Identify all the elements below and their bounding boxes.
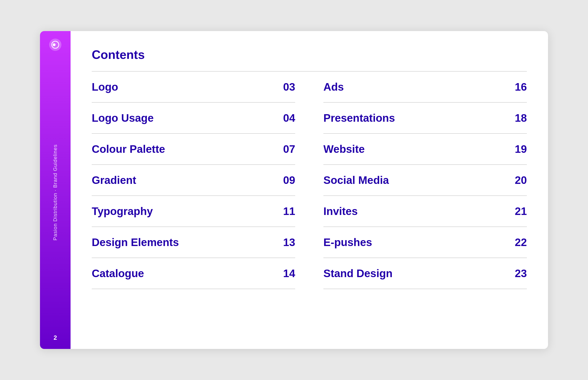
toc-left-label-4: Typography <box>92 205 153 218</box>
toc-left-column: Logo 03 Logo Usage 04 Colour Palette 07 … <box>92 72 295 335</box>
toc-left-number-0: 03 <box>283 80 295 93</box>
slide-container: Pasion Distribution · Brand Guidelines 2… <box>40 31 548 349</box>
toc-right-item-5[interactable]: E-pushes 22 <box>323 227 527 258</box>
toc-left-label-2: Colour Palette <box>92 143 165 155</box>
toc-left-item-1[interactable]: Logo Usage 04 <box>92 103 295 134</box>
toc-left-label-0: Logo <box>92 80 118 93</box>
main-content: Contents Logo 03 Logo Usage 04 Colour Pa… <box>70 31 548 349</box>
toc-right-number-2: 19 <box>515 143 527 155</box>
toc-left-item-5[interactable]: Design Elements 13 <box>92 227 295 258</box>
toc-right-number-4: 21 <box>515 205 527 218</box>
toc-right-label-1: Presentations <box>323 112 395 124</box>
toc-left-item-6[interactable]: Catalogue 14 <box>92 258 295 289</box>
toc-right-number-6: 23 <box>515 267 527 280</box>
toc-left-number-3: 09 <box>283 174 295 187</box>
toc-right-item-6[interactable]: Stand Design 23 <box>323 258 527 289</box>
toc-left-label-5: Design Elements <box>92 236 179 249</box>
toc-right-item-0[interactable]: Ads 16 <box>323 72 527 103</box>
sidebar: Pasion Distribution · Brand Guidelines 2 <box>40 31 70 349</box>
toc-left-number-5: 13 <box>283 236 295 249</box>
toc-left-label-6: Catalogue <box>92 267 144 280</box>
toc-left-item-4[interactable]: Typography 11 <box>92 196 295 227</box>
toc-right-item-1[interactable]: Presentations 18 <box>323 103 527 134</box>
toc-left-number-4: 11 <box>283 205 295 218</box>
toc-left-item-2[interactable]: Colour Palette 07 <box>92 134 295 165</box>
toc-right-number-1: 18 <box>515 112 527 124</box>
page-title: Contents <box>92 48 527 62</box>
logo-icon <box>49 38 61 51</box>
toc-right-number-0: 16 <box>515 80 527 93</box>
toc-right-item-3[interactable]: Social Media 20 <box>323 165 527 196</box>
toc-right-item-2[interactable]: Website 19 <box>323 134 527 165</box>
toc-left-number-1: 04 <box>283 112 295 124</box>
toc-right-item-4[interactable]: Invites 21 <box>323 196 527 227</box>
svg-point-1 <box>53 43 55 46</box>
toc-grid: Logo 03 Logo Usage 04 Colour Palette 07 … <box>92 72 527 335</box>
sidebar-brand-label: Pasion Distribution · Brand Guidelines <box>52 144 58 241</box>
toc-right-label-3: Social Media <box>323 174 389 187</box>
toc-left-label-3: Gradient <box>92 174 136 187</box>
toc-right-number-5: 22 <box>515 236 527 249</box>
toc-left-item-0[interactable]: Logo 03 <box>92 72 295 103</box>
toc-right-label-0: Ads <box>323 80 344 93</box>
toc-right-label-5: E-pushes <box>323 236 372 249</box>
toc-right-label-2: Website <box>323 143 365 155</box>
sidebar-page-number: 2 <box>54 334 57 342</box>
toc-right-number-3: 20 <box>515 174 527 187</box>
toc-right-column: Ads 16 Presentations 18 Website 19 Socia… <box>323 72 527 335</box>
toc-left-number-6: 14 <box>283 267 295 280</box>
toc-right-label-4: Invites <box>323 205 358 218</box>
toc-left-number-2: 07 <box>283 143 295 155</box>
toc-left-label-1: Logo Usage <box>92 112 154 124</box>
toc-left-item-3[interactable]: Gradient 09 <box>92 165 295 196</box>
toc-right-label-6: Stand Design <box>323 267 393 280</box>
